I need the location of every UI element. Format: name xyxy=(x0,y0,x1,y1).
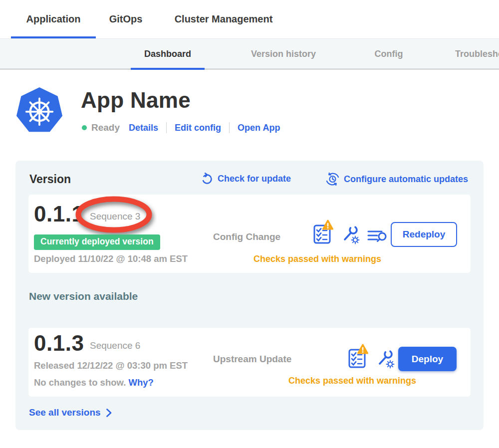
edit-config-wrench-icon[interactable] xyxy=(375,349,395,369)
open-app-link[interactable]: Open App xyxy=(238,123,280,133)
redeploy-button[interactable]: Redeploy xyxy=(391,222,457,247)
new-version-number: 0.1.3 xyxy=(34,331,84,356)
tab-config[interactable]: Config xyxy=(359,39,419,69)
tab-dashboard[interactable]: Dashboard xyxy=(131,39,205,69)
status-text: Ready xyxy=(91,122,120,133)
change-source-label: Config Change xyxy=(213,231,280,242)
kubernetes-logo-icon xyxy=(16,85,63,136)
version-card-title: Version xyxy=(29,173,71,186)
view-diff-icon[interactable] xyxy=(367,228,388,244)
tab-label: Dashboard xyxy=(144,49,191,59)
checks-status-text: Checks passed with warnings xyxy=(253,254,381,264)
refresh-icon xyxy=(201,173,213,185)
tab-label: Config xyxy=(375,49,403,59)
nav-tab-cluster-management[interactable]: Cluster Management xyxy=(165,0,282,38)
configure-automatic-updates-link[interactable]: Configure automatic updates xyxy=(326,173,468,186)
new-version-sequence: Sequence 6 xyxy=(90,340,140,351)
current-version-number: 0.1.1 xyxy=(34,202,84,226)
no-changes-row: No changes to show. Why? xyxy=(34,377,154,388)
admin-console-page: Application GitOps Cluster Management Da… xyxy=(0,0,499,448)
new-version-row: 0.1.3 Sequence 6 Released 12/12/22 @ 03:… xyxy=(28,328,471,397)
why-link[interactable]: Why? xyxy=(128,377,153,388)
edit-config-wrench-icon[interactable] xyxy=(340,224,360,244)
new-version-heading: New version available xyxy=(29,290,138,302)
version-action-icons xyxy=(312,220,388,244)
nav-tab-application[interactable]: Application xyxy=(11,0,96,38)
deploy-button[interactable]: Deploy xyxy=(398,347,457,371)
checks-status-text: Checks passed with warnings xyxy=(288,376,416,386)
ready-status-dot-icon xyxy=(82,125,87,130)
top-nav: Application GitOps Cluster Management xyxy=(0,0,499,38)
check-for-update-link[interactable]: Check for update xyxy=(201,173,291,185)
preflight-checks-warning-icon[interactable] xyxy=(347,344,369,369)
no-changes-text: No changes to show. xyxy=(34,377,126,388)
page-title: App Name xyxy=(81,88,191,113)
change-source-label: Upstream Update xyxy=(213,354,291,365)
see-all-versions-link[interactable]: See all versions xyxy=(29,407,112,418)
tab-label: Troubleshoot xyxy=(455,49,499,59)
currently-deployed-badge: Currently deployed version xyxy=(34,234,160,250)
chevron-right-icon xyxy=(106,408,112,418)
divider xyxy=(166,122,167,133)
current-version-row: 0.1.1 Sequence 3 Currently deployed vers… xyxy=(28,195,471,273)
released-timestamp: Released 12/12/22 @ 03:30 pm EST xyxy=(34,360,188,371)
preflight-checks-warning-icon[interactable] xyxy=(312,220,334,244)
tab-label: Version history xyxy=(251,49,316,59)
deployed-timestamp: Deployed 11/10/22 @ 10:48 am EST xyxy=(34,253,188,264)
nav-tab-label: Cluster Management xyxy=(175,13,273,25)
current-version-sequence: Sequence 3 xyxy=(90,211,140,222)
app-sub-nav: Dashboard Version history Config Trouble… xyxy=(0,38,499,69)
nav-tab-gitops[interactable]: GitOps xyxy=(100,0,152,38)
version-action-icons xyxy=(347,344,395,369)
nav-tab-label: GitOps xyxy=(109,13,143,25)
app-status-row: Ready Details Edit config Open App xyxy=(82,121,280,135)
nav-tab-label: Application xyxy=(26,13,81,25)
configure-automatic-updates-label: Configure automatic updates xyxy=(344,174,468,185)
see-all-versions-label: See all versions xyxy=(29,407,101,418)
clock-sync-icon xyxy=(326,173,339,186)
details-link[interactable]: Details xyxy=(129,123,158,133)
tab-version-history[interactable]: Version history xyxy=(234,39,333,69)
tab-troubleshoot[interactable]: Troubleshoot xyxy=(455,39,499,69)
divider xyxy=(229,122,230,133)
check-for-update-label: Check for update xyxy=(218,174,291,184)
edit-config-link[interactable]: Edit config xyxy=(175,123,221,133)
version-card: Version Check for update xyxy=(15,161,484,430)
